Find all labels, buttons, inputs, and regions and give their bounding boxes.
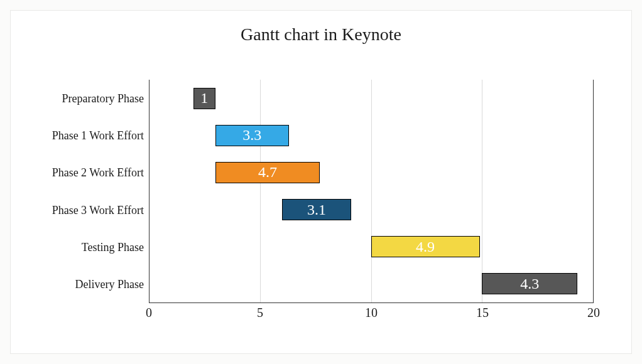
x-tick-label: 20: [587, 306, 600, 320]
bar-value: 3.3: [242, 127, 261, 144]
y-tick-label: Preparatory Phase: [62, 92, 144, 105]
chart-area: Preparatory Phase Phase 1 Work Effort Ph…: [36, 57, 606, 328]
gantt-bar: 3.1: [282, 199, 351, 220]
y-tick-label: Phase 3 Work Effort: [52, 203, 144, 217]
y-axis-line: [149, 80, 150, 302]
y-tick-label: Phase 2 Work Effort: [52, 166, 144, 179]
gantt-bar: 4.9: [371, 236, 480, 257]
bar-value: 4.3: [520, 276, 539, 292]
y-tick-label: Phase 1 Work Effort: [52, 129, 144, 142]
bar-value: 1: [200, 90, 208, 107]
gridline: [482, 80, 482, 302]
x-tick-label: 10: [365, 306, 378, 320]
x-tick-label: 5: [257, 306, 263, 320]
bar-value: 4.7: [258, 164, 277, 181]
chart-card: Gantt chart in Keynote Preparatory Phase…: [10, 10, 632, 354]
gantt-bar: 4.3: [482, 273, 577, 294]
x-tick-label: 0: [146, 306, 152, 320]
x-tick-label: 15: [476, 306, 489, 320]
bar-value: 3.1: [307, 201, 326, 218]
y-tick-label: Testing Phase: [82, 241, 144, 254]
gantt-bar: 3.3: [215, 125, 289, 146]
bar-value: 4.9: [416, 238, 435, 255]
plot-area: 1 3.3 4.7 3.1 4.9 4.3: [149, 80, 594, 303]
gridline: [371, 80, 372, 302]
y-tick-label: Delivery Phase: [75, 278, 144, 291]
gantt-bar: 1: [193, 88, 215, 109]
y-axis-labels: Preparatory Phase Phase 1 Work Effort Ph…: [36, 80, 149, 303]
chart-title: Gantt chart in Keynote: [11, 11, 631, 51]
gridline: [260, 80, 261, 302]
x-axis-labels: 0 5 10 15 20: [149, 306, 594, 323]
gantt-bar: 4.7: [215, 162, 320, 183]
